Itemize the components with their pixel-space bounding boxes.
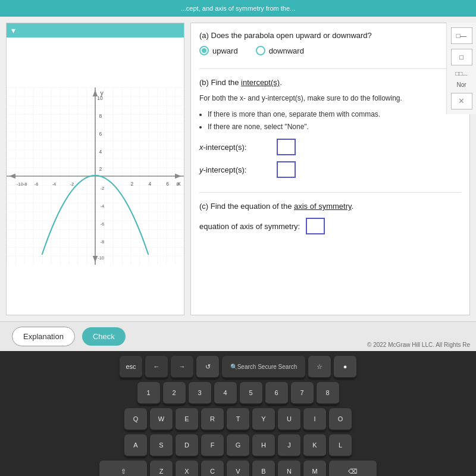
key-m[interactable]: M — [303, 461, 326, 476]
x-intercept-input[interactable] — [277, 139, 296, 155]
key-x[interactable]: X — [176, 461, 198, 476]
toolbar-nor-label: Nor — [456, 82, 466, 88]
radio-downward-circle[interactable] — [256, 46, 265, 55]
back-icon: ← — [154, 363, 160, 370]
key-f[interactable]: F — [201, 434, 224, 457]
key-c[interactable]: C — [201, 461, 224, 476]
upward-label: upward — [212, 46, 238, 55]
key-u[interactable]: U — [278, 408, 300, 431]
axis-symmetry-link: axis of symmetry — [294, 202, 352, 211]
key-1[interactable]: 1 — [137, 382, 160, 405]
key-3[interactable]: 3 — [189, 382, 211, 405]
refresh-key[interactable]: ↺ — [196, 356, 219, 378]
key-b[interactable]: B — [252, 461, 275, 476]
y-intercept-label: y-intercept(s): — [199, 165, 271, 174]
option-downward[interactable]: downward — [256, 46, 304, 55]
option-upward[interactable]: upward — [199, 46, 238, 55]
key-r[interactable]: R — [201, 408, 224, 431]
forward-key[interactable]: → — [171, 356, 193, 378]
svg-text:-2: -2 — [101, 186, 105, 191]
radio-upward-circle[interactable] — [199, 46, 209, 55]
x-intercept-label: x-intercept(s): — [199, 143, 271, 152]
key-g[interactable]: G — [227, 434, 249, 457]
svg-text:10: 10 — [97, 95, 103, 101]
key-d[interactable]: D — [176, 434, 198, 457]
key-t[interactable]: T — [227, 408, 249, 431]
axis-symmetry-row: equation of axis of symmetry: — [199, 218, 461, 234]
bottom-keys-row: ⇧ Z X C V B N M ⌫ — [6, 461, 470, 476]
bottom-bar: Explanation Check © 2022 McGraw Hill LLC… — [0, 321, 476, 351]
key-w[interactable]: W — [150, 408, 173, 431]
key-l[interactable]: L — [329, 434, 352, 457]
question-c-title: (c) Find the equation of the axis of sym… — [199, 201, 461, 212]
back-key[interactable]: ← — [145, 356, 168, 378]
svg-text:2: 2 — [99, 166, 102, 172]
graph-header: ▾ — [7, 23, 184, 37]
key-q[interactable]: Q — [124, 408, 147, 431]
square2-icon: □ — [459, 54, 464, 61]
axis-symmetry-input[interactable] — [306, 218, 325, 234]
chevron-down-icon[interactable]: ▾ — [11, 26, 15, 35]
key-7[interactable]: 7 — [291, 382, 314, 405]
letter-row-a: A S D F G H J K L — [6, 434, 470, 457]
svg-text:6: 6 — [99, 131, 102, 137]
question-b-title: (b) Find the intercept(s). — [199, 77, 461, 88]
question-a-title: (a) Does the parabola open upward or dow… — [199, 30, 461, 41]
key-o[interactable]: O — [329, 408, 352, 431]
key-e[interactable]: E — [176, 408, 198, 431]
key-4[interactable]: 4 — [214, 382, 237, 405]
square-icon: □ — [456, 32, 461, 39]
search-key[interactable]: 🔍 Search Secure Search — [222, 356, 305, 378]
key-2[interactable]: 2 — [163, 382, 186, 405]
shift-key[interactable]: ⇧ — [99, 461, 147, 476]
instruction-text: For both the x- and y-intercept(s), make… — [199, 93, 461, 104]
svg-text:-4: -4 — [101, 203, 105, 209]
check-button[interactable]: Check — [82, 327, 126, 346]
squares-icon: □□ — [455, 70, 462, 77]
intercepts-link: intercept(s) — [241, 78, 280, 87]
toolbar-btn-2[interactable]: □ — [451, 49, 472, 65]
esc-label: esc — [126, 363, 136, 370]
axis-symmetry-label: equation of axis of symmetry: — [199, 222, 300, 231]
key-n[interactable]: N — [278, 461, 300, 476]
key-a[interactable]: A — [124, 434, 147, 457]
graph-svg: y x 2 4 6 8 -2 -4 -6 -10 -8 8 6 4 — [7, 37, 184, 315]
key-v[interactable]: V — [227, 461, 249, 476]
key-j[interactable]: J — [278, 434, 300, 457]
svg-text:8: 8 — [176, 181, 178, 187]
top-bar: ...cept, and axis of symmetry from the..… — [0, 0, 476, 17]
toolbar-btn-1[interactable]: □— — [451, 27, 472, 44]
key-y[interactable]: Y — [252, 408, 275, 431]
refresh-icon: ↺ — [205, 363, 211, 371]
x-intercept-row: x-intercept(s): — [199, 139, 461, 155]
number-row: 1 2 3 4 5 6 7 8 — [6, 382, 470, 405]
key-6[interactable]: 6 — [265, 382, 288, 405]
key-k[interactable]: K — [303, 434, 326, 457]
copyright-text: © 2022 McGraw Hill LLC. All Rights Re — [367, 342, 470, 348]
svg-text:-2: -2 — [70, 181, 74, 187]
question-c: (c) Find the equation of the axis of sym… — [199, 201, 461, 249]
star-key[interactable]: ☆ — [308, 356, 331, 378]
y-intercept-input[interactable] — [277, 161, 296, 178]
line-icon: — — [460, 32, 466, 39]
key-s[interactable]: S — [150, 434, 173, 457]
key-h[interactable]: H — [252, 434, 275, 457]
circle-key[interactable]: ● — [334, 356, 356, 378]
svg-text:-6: -6 — [101, 221, 105, 227]
key-5[interactable]: 5 — [240, 382, 262, 405]
svg-text:-10: -10 — [17, 181, 23, 187]
right-toolbar: □— □ □□... Nor × — [446, 23, 476, 114]
close-icon: × — [459, 96, 464, 107]
question-b: (b) Find the intercept(s). For both the … — [199, 77, 461, 193]
esc-key[interactable]: esc — [120, 356, 142, 378]
key-8[interactable]: 8 — [317, 382, 339, 405]
key-i[interactable]: I — [303, 408, 326, 431]
explanation-button[interactable]: Explanation — [12, 327, 75, 346]
svg-text:4: 4 — [99, 149, 102, 155]
close-button[interactable]: × — [451, 93, 472, 109]
svg-text:6: 6 — [166, 181, 169, 187]
key-z[interactable]: Z — [150, 461, 173, 476]
letter-row-q: Q W E R T Y U I O — [6, 408, 470, 431]
backspace-key[interactable]: ⌫ — [329, 461, 377, 476]
svg-text:2: 2 — [131, 181, 134, 187]
